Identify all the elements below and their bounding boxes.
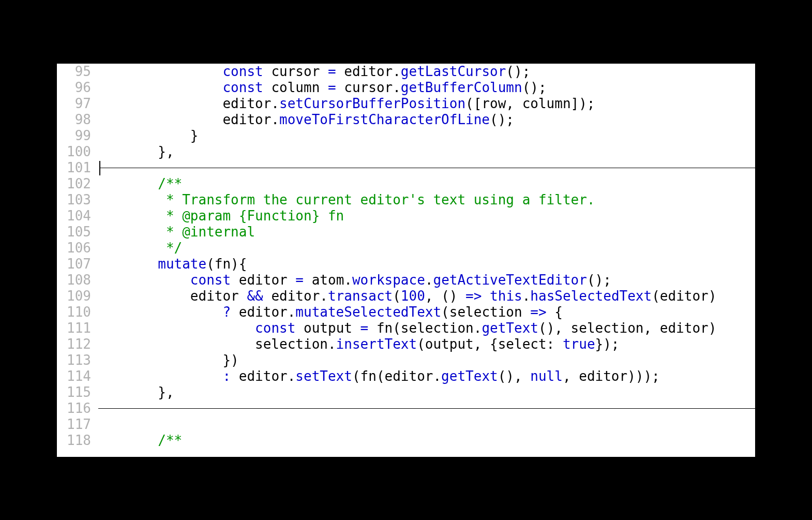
token-keyword: const: [222, 80, 263, 95]
token-op: =: [328, 80, 336, 95]
code-line[interactable]: const cursor = editor.getLastCursor();: [93, 64, 755, 80]
code-line[interactable]: }: [93, 128, 755, 144]
token-keyword: const: [222, 64, 263, 79]
cursor-caret: [99, 161, 100, 175]
token-plain: [93, 192, 158, 207]
code-line[interactable]: const editor = atom.workspace.getActiveT…: [93, 272, 755, 288]
cursor-line-rule: [99, 168, 755, 168]
line-number: 111: [62, 320, 91, 336]
code-line[interactable]: : editor.setText(fn(editor.getText(), nu…: [93, 368, 755, 384]
token-comment: * Transform the current editor's text us…: [158, 192, 595, 207]
token-plain: atom.: [304, 272, 352, 288]
token-op: =>: [465, 288, 482, 304]
token-comment: /**: [158, 176, 182, 191]
token-plain: , editor)));: [563, 368, 660, 384]
token-plain: .: [425, 272, 433, 288]
token-plain: }: [93, 128, 199, 143]
token-plain: {: [547, 304, 563, 320]
token-plain: },: [93, 144, 174, 159]
token-keyword: this: [490, 288, 522, 304]
code-line[interactable]: * Transform the current editor's text us…: [93, 192, 755, 208]
token-plain: ();: [506, 64, 530, 79]
token-plain: editor.: [93, 96, 279, 111]
token-keyword: const: [190, 272, 231, 288]
line-number: 118: [62, 433, 91, 449]
token-plain: [93, 433, 158, 448]
code-line[interactable]: editor.moveToFirstCharacterOfLine();: [93, 112, 755, 128]
token-plain: editor.: [336, 64, 401, 79]
token-plain: ();: [522, 80, 547, 95]
token-method: transact: [328, 288, 393, 304]
token-plain: (), selection, editor): [538, 320, 716, 336]
code-line[interactable]: /**: [93, 433, 755, 449]
token-plain: output: [295, 320, 360, 336]
token-prop: workspace: [352, 272, 425, 288]
line-number: 108: [62, 272, 91, 288]
token-def: mutate: [158, 256, 206, 272]
code-line[interactable]: * @param {Function} fn: [93, 208, 755, 224]
code-line[interactable]: [93, 417, 755, 433]
code-line[interactable]: [93, 400, 755, 417]
token-method: setText: [295, 368, 352, 384]
token-op: &&: [247, 288, 263, 304]
code-line[interactable]: /**: [93, 176, 755, 192]
code-line[interactable]: },: [93, 384, 755, 400]
line-number: 116: [62, 400, 91, 417]
token-plain: ();: [490, 112, 514, 127]
token-method: mutateSelectedText: [295, 304, 441, 320]
line-number: 102: [62, 176, 91, 192]
token-plain: (editor): [652, 288, 716, 304]
token-method: setCursorBufferPosition: [279, 96, 465, 111]
token-method: insertText: [336, 336, 417, 352]
code-line[interactable]: }): [93, 352, 755, 368]
token-op: =: [295, 272, 304, 288]
code-content[interactable]: const cursor = editor.getLastCursor(); c…: [93, 64, 755, 457]
token-plain: [93, 80, 222, 95]
code-line[interactable]: const output = fn(selection.getText(), s…: [93, 320, 755, 336]
code-line[interactable]: const column = cursor.getBufferColumn();: [93, 80, 755, 96]
token-comment: /**: [158, 433, 182, 448]
code-line[interactable]: editor && editor.transact(100, () => thi…: [93, 288, 755, 304]
line-number: 103: [62, 192, 91, 208]
code-line[interactable]: */: [93, 240, 755, 256]
token-plain: (fn(editor.: [352, 368, 441, 384]
token-plain: (selection: [441, 304, 530, 320]
token-plain: [93, 368, 222, 384]
token-plain: [93, 256, 158, 272]
token-plain: fn(selection.: [368, 320, 482, 336]
code-line[interactable]: * @internal: [93, 224, 755, 240]
token-method: hasSelectedText: [530, 288, 652, 304]
token-method: getBufferColumn: [401, 80, 522, 95]
token-plain: [93, 240, 158, 256]
token-plain: .: [522, 288, 531, 304]
line-number: 105: [62, 224, 91, 240]
line-number: 97: [62, 96, 91, 112]
token-plain: [93, 176, 158, 191]
line-number: 112: [62, 336, 91, 352]
token-op: :: [222, 368, 231, 384]
code-editor[interactable]: 9596979899100101102103104105106107108109…: [57, 64, 755, 457]
code-line[interactable]: mutate(fn){: [93, 256, 755, 272]
code-line[interactable]: [93, 160, 755, 176]
token-plain: selection.: [93, 336, 336, 352]
token-plain: column: [263, 80, 328, 95]
code-line[interactable]: },: [93, 144, 755, 160]
token-comment: */: [158, 240, 182, 256]
token-plain: [93, 64, 222, 79]
token-plain: , (): [425, 288, 465, 304]
line-number: 107: [62, 256, 91, 272]
code-line[interactable]: selection.insertText(output, {select: tr…: [93, 336, 755, 352]
line-number: 114: [62, 368, 91, 384]
token-plain: editor: [231, 272, 295, 288]
token-plain: (: [393, 288, 401, 304]
token-plain: [93, 320, 255, 336]
line-number: 109: [62, 288, 91, 304]
token-method: moveToFirstCharacterOfLine: [279, 112, 490, 127]
token-plain: (),: [498, 368, 531, 384]
token-plain: },: [93, 384, 174, 400]
token-plain: editor.: [231, 304, 295, 320]
token-plain: });: [595, 336, 620, 352]
token-num: 100: [401, 288, 425, 304]
code-line[interactable]: ? editor.mutateSelectedText(selection =>…: [93, 304, 755, 320]
code-line[interactable]: editor.setCursorBufferPosition([row, col…: [93, 96, 755, 112]
